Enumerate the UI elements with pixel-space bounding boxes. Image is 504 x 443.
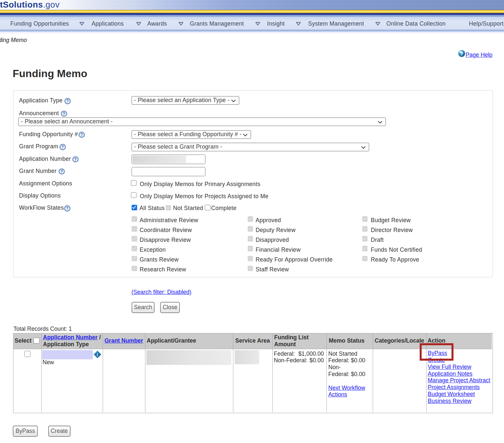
svg-text:i: i <box>97 352 98 357</box>
svg-text:?: ? <box>460 51 463 56</box>
